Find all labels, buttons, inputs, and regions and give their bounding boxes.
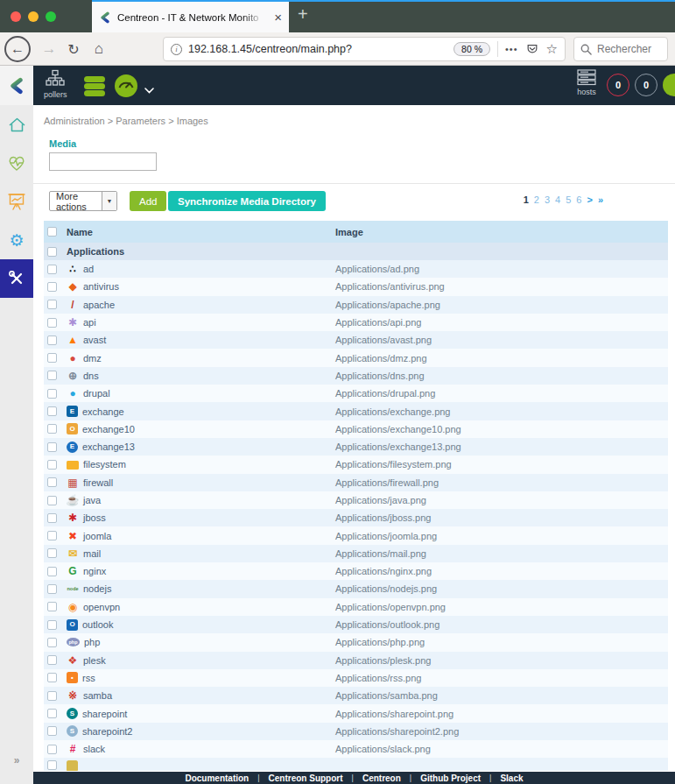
- url-bar[interactable]: i 192.168.1.45/centreon/main.php? 80 % •…: [163, 37, 566, 61]
- row-checkbox[interactable]: [47, 424, 57, 434]
- media-name-link[interactable]: mail: [83, 548, 101, 559]
- centreon-logo[interactable]: [0, 66, 33, 105]
- table-row[interactable]: ∴ad Applications/ad.png: [44, 260, 668, 278]
- table-row[interactable]: ❖plesk Applications/plesk.png: [44, 652, 668, 669]
- sidebar-item-reporting[interactable]: [0, 182, 33, 221]
- table-row[interactable]: ✱jboss Applications/jboss.png: [44, 509, 668, 526]
- row-checkbox[interactable]: [47, 584, 57, 594]
- sidebar-item-monitoring[interactable]: [0, 144, 33, 182]
- table-row[interactable]: Ssharepoint Applications/sharepoint.png: [44, 704, 668, 722]
- hosts-unreachable-badge[interactable]: 0: [635, 74, 657, 96]
- home-button[interactable]: ⌂: [88, 32, 109, 66]
- row-checkbox[interactable]: [47, 760, 57, 770]
- forward-button[interactable]: →: [39, 32, 60, 66]
- sidebar-expand-icon[interactable]: »: [0, 754, 33, 766]
- row-checkbox[interactable]: [47, 655, 57, 665]
- media-name-link[interactable]: apache: [83, 300, 115, 310]
- row-checkbox[interactable]: [47, 638, 57, 647]
- table-row[interactable]: [44, 758, 668, 771]
- media-name-link[interactable]: jboss: [83, 512, 106, 523]
- media-name-link[interactable]: exchange: [82, 406, 124, 417]
- pagination-page[interactable]: 1: [524, 194, 529, 205]
- table-row[interactable]: ●dmz Applications/dmz.png: [44, 349, 668, 366]
- row-checkbox[interactable]: [47, 460, 57, 470]
- reload-button[interactable]: ↻: [63, 32, 84, 66]
- media-name-link[interactable]: sharepoint2: [82, 726, 133, 737]
- table-row[interactable]: Ooutlook Applications/outlook.png: [44, 616, 668, 633]
- media-name-link[interactable]: dmz: [83, 353, 102, 364]
- row-checkbox[interactable]: [47, 282, 57, 292]
- media-name-link[interactable]: avast: [83, 335, 106, 345]
- table-row[interactable]: #slack Applications/slack.png: [44, 740, 668, 758]
- table-row[interactable]: Eexchange13 Applications/exchange13.png: [44, 438, 668, 456]
- browser-tab[interactable]: Centreon - IT & Network Monito ×: [92, 2, 289, 32]
- media-name-link[interactable]: outlook: [82, 619, 113, 630]
- footer-link[interactable]: Centreon: [362, 773, 401, 783]
- breadcrumb[interactable]: Administration > Parameters > Images: [44, 116, 208, 126]
- table-row[interactable]: nodenodejs Applications/nodejs.png: [44, 580, 668, 597]
- pagination-page[interactable]: 3: [545, 194, 550, 205]
- table-row[interactable]: ※samba Applications/samba.png: [44, 687, 668, 704]
- table-row[interactable]: Ssharepoint2 Applications/sharepoint2.pn…: [44, 723, 668, 740]
- media-name-link[interactable]: sharepoint: [82, 709, 127, 719]
- media-name-link[interactable]: nodejs: [83, 583, 111, 594]
- sidebar-item-home[interactable]: [0, 105, 33, 144]
- row-checkbox[interactable]: [47, 567, 57, 576]
- table-row[interactable]: ▦firewall Applications/firewall.png: [44, 474, 668, 491]
- window-zoom-button[interactable]: [46, 11, 56, 22]
- row-checkbox[interactable]: [47, 496, 57, 505]
- pagination-last[interactable]: »: [598, 194, 603, 205]
- media-name-link[interactable]: slack: [83, 744, 105, 754]
- window-close-button[interactable]: [11, 11, 21, 22]
- row-checkbox[interactable]: [47, 531, 57, 540]
- media-filter-input[interactable]: [49, 152, 157, 171]
- table-row[interactable]: Oexchange10 Applications/exchange10.png: [44, 420, 668, 438]
- add-button[interactable]: Add: [130, 191, 166, 211]
- table-row[interactable]: •rss Applications/rss.png: [44, 669, 668, 687]
- breadcrumb-item[interactable]: Parameters: [116, 116, 165, 126]
- row-checkbox[interactable]: [47, 318, 57, 328]
- footer-link[interactable]: Documentation: [185, 773, 249, 783]
- select-all-checkbox[interactable]: [47, 227, 57, 237]
- media-name-link[interactable]: dns: [83, 371, 99, 381]
- database-status-icon[interactable]: [81, 73, 108, 102]
- row-checkbox[interactable]: [47, 709, 57, 718]
- row-checkbox[interactable]: [47, 620, 57, 630]
- table-row[interactable]: ☕java Applications/java.png: [44, 491, 668, 509]
- media-name-link[interactable]: api: [83, 317, 96, 328]
- footer-link[interactable]: Slack: [500, 773, 523, 783]
- tab-close-icon[interactable]: ×: [274, 11, 282, 24]
- group-checkbox[interactable]: [47, 247, 57, 257]
- media-name-link[interactable]: exchange10: [82, 424, 135, 434]
- row-checkbox[interactable]: [47, 726, 57, 736]
- site-info-icon[interactable]: i: [171, 44, 182, 55]
- table-row[interactable]: /apache Applications/apache.png: [44, 296, 668, 314]
- hosts-down-badge[interactable]: 0: [607, 74, 629, 96]
- row-checkbox[interactable]: [47, 548, 57, 558]
- bookmark-star-icon[interactable]: ☆: [546, 41, 558, 57]
- pagination-next[interactable]: >: [587, 194, 592, 205]
- media-name-link[interactable]: drupal: [83, 388, 110, 399]
- media-name-link[interactable]: filesystem: [83, 459, 126, 470]
- pocket-icon[interactable]: [526, 43, 538, 55]
- more-actions-select[interactable]: More actions ▼: [49, 191, 117, 211]
- row-checkbox[interactable]: [47, 477, 57, 487]
- row-checkbox[interactable]: [47, 371, 57, 380]
- table-row[interactable]: ✉mail Applications/mail.png: [44, 545, 668, 562]
- table-row[interactable]: Gnginx Applications/nginx.png: [44, 562, 668, 580]
- table-row[interactable]: ▲avast Applications/avast.png: [44, 331, 668, 349]
- media-name-link[interactable]: ad: [83, 264, 94, 274]
- sidebar-item-configuration[interactable]: ⚙: [0, 221, 33, 259]
- footer-link[interactable]: Centreon Support: [269, 773, 343, 783]
- window-minimize-button[interactable]: [28, 11, 39, 22]
- pagination-page[interactable]: 6: [576, 194, 581, 205]
- table-row[interactable]: ◆antivirus Applications/antivirus.png: [44, 278, 668, 295]
- media-name-link[interactable]: joomla: [83, 531, 111, 541]
- table-row[interactable]: ✖joomla Applications/joomla.png: [44, 526, 668, 544]
- media-name-link[interactable]: firewall: [83, 477, 113, 488]
- row-checkbox[interactable]: [47, 389, 57, 399]
- row-checkbox[interactable]: [47, 745, 57, 754]
- gauge-status-icon[interactable]: [113, 73, 139, 102]
- row-checkbox[interactable]: [47, 442, 57, 452]
- pagination-page[interactable]: 4: [555, 194, 560, 205]
